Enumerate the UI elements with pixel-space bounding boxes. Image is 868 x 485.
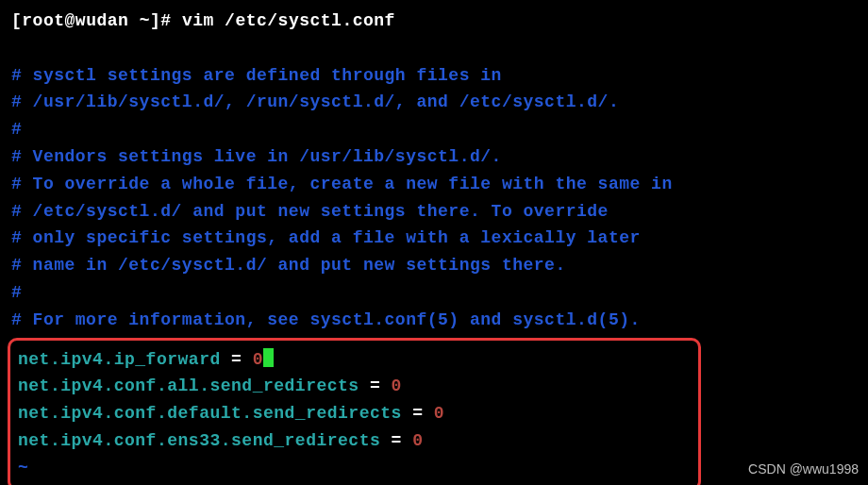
comment-line: # only specific settings, add a file wit…	[11, 225, 857, 252]
sysctl-setting-line[interactable]: net.ipv4.ip_forward = 0	[10, 346, 691, 374]
comment-line: # Vendors settings live in /usr/lib/sysc…	[11, 143, 857, 171]
comment-line: # /usr/lib/sysctl.d/, /run/sysctl.d/, an…	[11, 89, 857, 116]
comment-line: # /etc/sysctl.d/ and put new settings th…	[11, 198, 857, 226]
prompt-open-bracket: [	[11, 11, 22, 30]
setting-key: net.ipv4.ip_forward	[18, 350, 221, 369]
comment-line: # sysctl settings are defined through fi…	[11, 62, 857, 90]
shell-prompt-line[interactable]: [root@wudan ~]# vim /etc/sysctl.conf	[11, 8, 857, 35]
comment-line: # name in /etc/sysctl.d/ and put new set…	[11, 252, 857, 279]
setting-equals: =	[359, 376, 392, 395]
highlighted-settings-box: net.ipv4.ip_forward = 0net.ipv4.conf.all…	[8, 338, 701, 485]
prompt-host: wudan	[75, 11, 129, 30]
setting-value: 0	[253, 350, 263, 369]
setting-value: 0	[392, 376, 402, 395]
setting-value: 0	[412, 431, 423, 450]
setting-key: net.ipv4.conf.ens33.send_redirects	[18, 431, 380, 450]
watermark-text: CSDN @wwu1998	[748, 459, 859, 479]
prompt-at: @	[65, 11, 75, 30]
sysctl-setting-line[interactable]: net.ipv4.conf.all.send_redirects = 0	[10, 373, 691, 400]
blank-line	[11, 35, 857, 62]
comment-line: # To override a whole file, create a new…	[11, 171, 857, 198]
vim-empty-line-tilde: ~	[10, 455, 691, 482]
prompt-user: root	[22, 11, 64, 30]
setting-equals: =	[402, 404, 434, 423]
comment-line: #	[11, 279, 857, 307]
command-text: vim /etc/sysctl.conf	[182, 11, 395, 30]
sysctl-setting-line[interactable]: net.ipv4.conf.ens33.send_redirects = 0	[10, 427, 691, 455]
text-cursor	[263, 348, 274, 367]
settings-lines[interactable]: net.ipv4.ip_forward = 0net.ipv4.conf.all…	[10, 346, 691, 455]
prompt-char: #	[160, 11, 182, 30]
setting-key: net.ipv4.conf.default.send_redirects	[18, 404, 402, 423]
setting-equals: =	[221, 350, 253, 369]
setting-value: 0	[434, 404, 444, 423]
comment-line: #	[11, 116, 857, 143]
sysctl-setting-line[interactable]: net.ipv4.conf.default.send_redirects = 0	[10, 400, 691, 427]
prompt-close-bracket: ]	[150, 11, 160, 30]
setting-key: net.ipv4.conf.all.send_redirects	[18, 376, 359, 395]
setting-equals: =	[380, 431, 412, 450]
comments-block: # sysctl settings are defined through fi…	[11, 62, 857, 334]
comment-line: # For more information, see sysctl.conf(…	[11, 307, 857, 334]
prompt-path: ~	[128, 11, 150, 30]
